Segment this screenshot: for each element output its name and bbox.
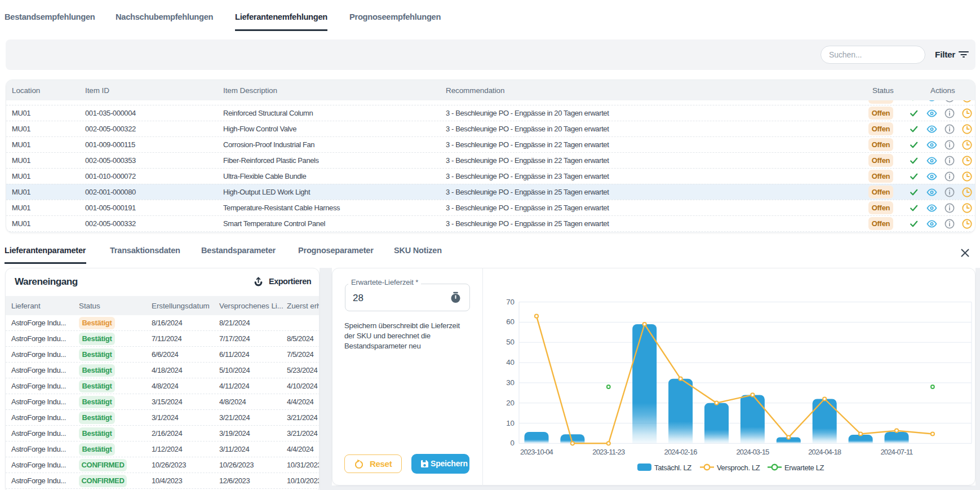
svg-text:60: 60 — [506, 317, 515, 326]
svg-text:2023-11-23: 2023-11-23 — [592, 448, 625, 456]
svg-text:Tatsächl. LZ: Tatsächl. LZ — [654, 463, 691, 472]
svg-text:40: 40 — [506, 358, 515, 367]
svg-text:70: 70 — [506, 298, 515, 306]
svg-text:50: 50 — [506, 338, 515, 346]
svg-text:Versproch. LZ: Versproch. LZ — [717, 463, 760, 472]
svg-text:20: 20 — [506, 399, 515, 407]
svg-text:2024-03-15: 2024-03-15 — [736, 448, 769, 456]
svg-text:30: 30 — [506, 378, 515, 387]
svg-text:2024-07-11: 2024-07-11 — [880, 448, 913, 456]
svg-text:2023-10-04: 2023-10-04 — [520, 448, 553, 456]
svg-text:2024-02-16: 2024-02-16 — [664, 448, 698, 456]
svg-text:10: 10 — [506, 419, 515, 427]
svg-text:Erwartete LZ: Erwartete LZ — [784, 463, 824, 472]
svg-text:2024-04-18: 2024-04-18 — [808, 448, 841, 456]
svg-text:0: 0 — [511, 439, 515, 447]
